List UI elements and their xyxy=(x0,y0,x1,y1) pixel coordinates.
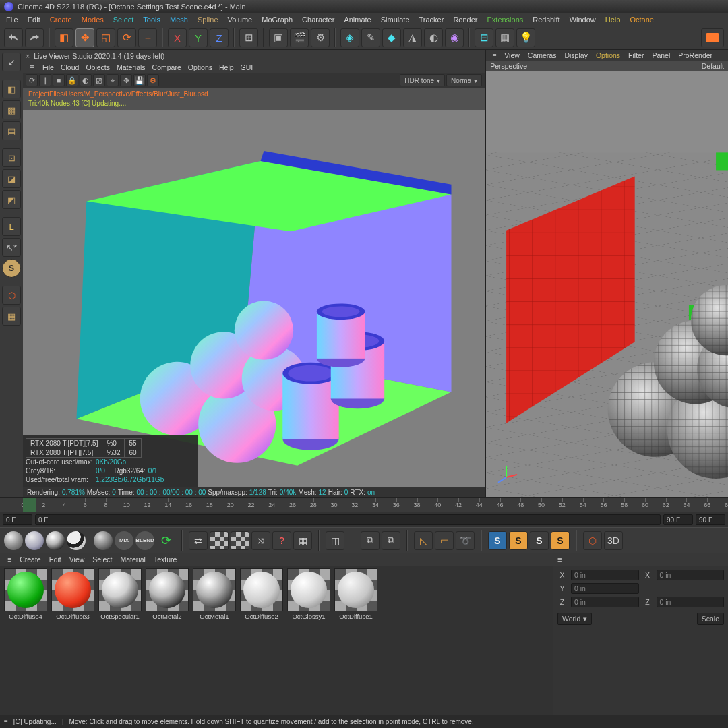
axis-x-toggle[interactable]: X xyxy=(168,28,187,47)
render-view-button[interactable]: ▣ xyxy=(269,28,288,47)
vp-menu-options[interactable]: Options xyxy=(593,51,624,59)
menu-render[interactable]: Render xyxy=(450,15,481,24)
menu-modes[interactable]: Modes xyxy=(78,15,107,24)
vp-menu-cameras[interactable]: Cameras xyxy=(524,51,560,59)
mat-specular-icon[interactable] xyxy=(46,531,65,550)
mat-menu-edit[interactable]: Edit xyxy=(46,555,65,564)
lv-clay-button[interactable]: ◐ xyxy=(80,74,92,86)
lv-focus-button[interactable]: ⌖ xyxy=(107,74,119,86)
menu-mesh[interactable]: Mesh xyxy=(166,15,191,24)
node-editor-button[interactable]: ⇄ xyxy=(189,531,208,550)
mat-menu-create[interactable]: Create xyxy=(16,555,44,564)
frame-start-field[interactable]: 0 F xyxy=(3,514,32,525)
lv-lock-button[interactable]: 🔒 xyxy=(66,74,78,86)
light-button[interactable]: 💡 xyxy=(516,28,535,47)
close-icon[interactable]: × xyxy=(26,52,30,60)
rotate-tool[interactable]: ⟳ xyxy=(117,28,136,47)
mat-refresh-icon[interactable]: ⟳ xyxy=(156,531,175,550)
layout-button[interactable] xyxy=(701,28,724,47)
pos-y-field[interactable]: 0 in xyxy=(571,583,639,594)
cube-primitive-button[interactable]: ◈ xyxy=(340,28,359,47)
menu-tracker[interactable]: Tracker xyxy=(416,15,448,24)
transform-type-select[interactable]: Scale xyxy=(697,613,724,625)
redo-button[interactable] xyxy=(25,28,44,47)
material-octglossy1[interactable]: OctGlossy1 xyxy=(286,568,332,620)
axis-z-toggle[interactable]: Z xyxy=(210,28,229,47)
axis-y-toggle[interactable]: Y xyxy=(189,28,208,47)
mat-menu-material[interactable]: Material xyxy=(117,555,149,564)
mat-menu-texture[interactable]: Texture xyxy=(150,555,180,564)
pen-tool-button[interactable]: ✎ xyxy=(361,28,380,47)
lv-menu-materials[interactable]: Materials xyxy=(114,63,148,71)
render-pv-button[interactable]: 🎬 xyxy=(290,28,309,47)
select-tool[interactable]: ◧ xyxy=(55,28,73,47)
live-viewer-menubar[interactable]: ≡ FileCloudObjectsMaterialsCompareOption… xyxy=(23,62,485,73)
lv-menu-objects[interactable]: Objects xyxy=(83,63,113,71)
lv-menu-compare[interactable]: Compare xyxy=(150,63,184,71)
hamburger-icon[interactable]: ≡ xyxy=(489,51,499,59)
frame-end-field[interactable]: 90 F xyxy=(663,514,693,525)
scale-x-field[interactable]: 0 in xyxy=(657,570,725,580)
mat-menu-view[interactable]: View xyxy=(66,555,88,564)
material-octspecular1[interactable]: OctSpecular1 xyxy=(97,568,143,620)
polygon-mode-button[interactable]: ◩ xyxy=(2,190,21,209)
snap-3d-button[interactable]: 3D xyxy=(604,531,623,550)
tex-checker2-button[interactable] xyxy=(231,531,249,550)
texture-mode-button[interactable]: ▩ xyxy=(2,100,21,119)
hdr-tone-select[interactable]: HDR tone▾ xyxy=(400,74,445,86)
viewport-menubar[interactable]: ≡ ViewCamerasDisplayOptionsFilterPanelPr… xyxy=(486,50,728,61)
tex-checker-button[interactable] xyxy=(210,531,229,550)
menu-file[interactable]: File xyxy=(3,15,22,24)
menu-window[interactable]: Window xyxy=(566,15,599,24)
move-tool[interactable]: ✥ xyxy=(75,28,94,47)
mat-blend-icon[interactable]: BLEND xyxy=(135,531,154,550)
viewport-scene[interactable] xyxy=(486,71,728,497)
lv-menu-help[interactable]: Help xyxy=(216,63,237,71)
field-button[interactable]: ⊟ xyxy=(475,28,493,47)
lv-save-button[interactable]: 💾 xyxy=(133,74,146,86)
snap-magnet-button[interactable]: ⬡ xyxy=(583,531,602,550)
menu-volume[interactable]: Volume xyxy=(224,15,256,24)
coord-space-select[interactable]: World▾ xyxy=(557,613,592,625)
coord-system-button[interactable]: ⊞ xyxy=(239,28,258,47)
lv-pick-button[interactable]: ✥ xyxy=(120,74,132,86)
pos-x-field[interactable]: 0 in xyxy=(571,570,639,580)
model-mode-button[interactable]: ◧ xyxy=(2,80,21,98)
lv-settings-button[interactable]: ⚙ xyxy=(147,74,159,86)
tweak-mode-button[interactable]: ↖* xyxy=(2,238,21,257)
vp-menu-panel[interactable]: Panel xyxy=(648,51,673,59)
boole-button[interactable]: ◐ xyxy=(424,28,443,47)
pos-z-field[interactable]: 0 in xyxy=(571,597,639,607)
link-button[interactable]: ⧉ xyxy=(361,531,380,550)
vp-menu-prorender[interactable]: ProRender xyxy=(675,51,716,59)
material-octdiffuse4[interactable]: OctDiffuse4 xyxy=(3,568,49,620)
make-editable-button[interactable]: ↙ xyxy=(2,53,21,71)
mat-glossy-icon[interactable] xyxy=(25,531,44,550)
tex-random-button[interactable]: ⤭ xyxy=(251,531,270,550)
render-settings-button[interactable]: ⚙ xyxy=(311,28,330,47)
vp-menu-filter[interactable]: Filter xyxy=(625,51,647,59)
hamburger-icon[interactable]: ≡ xyxy=(557,555,562,564)
menu-spline[interactable]: Spline xyxy=(194,15,222,24)
edge-mode-button[interactable]: ◪ xyxy=(2,169,21,188)
snap-s1-button[interactable]: S xyxy=(488,531,507,550)
sel-rect-button[interactable]: ▭ xyxy=(435,531,454,550)
tex-grid-button[interactable]: ▦ xyxy=(293,531,312,550)
menu-tools[interactable]: Tools xyxy=(140,15,164,24)
lv-restart-button[interactable]: ⟳ xyxy=(26,74,38,86)
material-grid[interactable]: OctDiffuse4OctDiffuse3OctSpecular1OctMet… xyxy=(0,566,553,715)
menu-animate[interactable]: Animate xyxy=(340,15,374,24)
mat-diffuse-icon[interactable] xyxy=(4,531,23,550)
lv-stop-button[interactable]: ■ xyxy=(53,74,65,86)
mat-metallic-icon[interactable] xyxy=(67,531,86,550)
workplane2-button[interactable]: ▦ xyxy=(2,307,21,326)
axis-l-icon[interactable]: L xyxy=(2,217,21,236)
frame-end2-field[interactable]: 90 F xyxy=(696,514,725,525)
mat-mix-icon[interactable]: MIX xyxy=(115,531,133,550)
snap-toggle-button[interactable]: S xyxy=(2,259,21,278)
layout-a-button[interactable]: ◫ xyxy=(326,531,344,550)
vp-menu-display[interactable]: Display xyxy=(561,51,590,59)
point-mode-button[interactable]: ⊡ xyxy=(2,148,21,167)
menu-octane[interactable]: Octane xyxy=(626,15,657,24)
hamburger-icon[interactable]: ≡ xyxy=(27,63,37,72)
